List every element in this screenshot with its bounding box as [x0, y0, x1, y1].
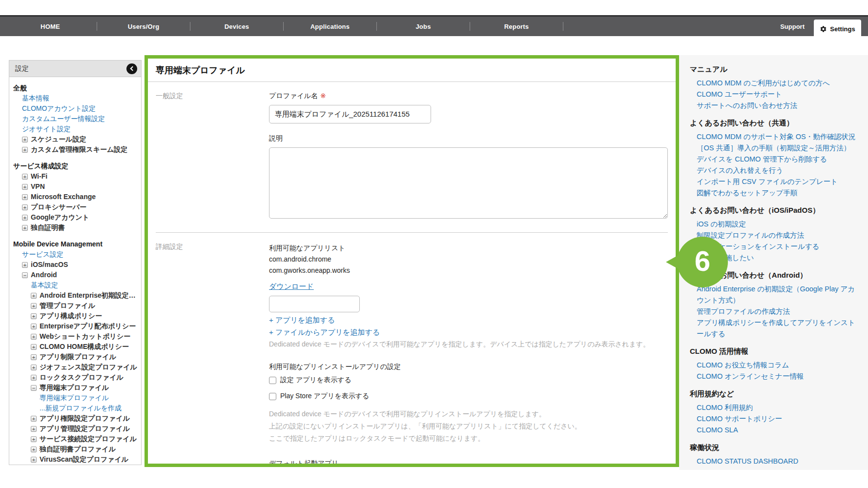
- help-link[interactable]: CLOMO オンラインセミナー情報: [690, 371, 856, 382]
- nav-tab-applications[interactable]: Applications: [284, 23, 376, 30]
- expand-plus-icon[interactable]: +: [31, 416, 37, 422]
- nav-tab-settings[interactable]: Settings: [814, 20, 861, 38]
- nav-tab-jobs[interactable]: Jobs: [377, 23, 470, 30]
- help-link[interactable]: CLOMO SLA: [690, 425, 856, 436]
- sidebar-item-[interactable]: +サービス接続設定プロファイル: [13, 434, 137, 444]
- expand-plus-icon[interactable]: +: [31, 426, 37, 432]
- expand-plus-icon[interactable]: +: [22, 215, 28, 221]
- sidebar-item-[interactable]: 基本情報: [13, 93, 137, 103]
- sidebar-item-microsoft-exchange[interactable]: +Microsoft Exchange: [13, 192, 137, 202]
- nav-tab-home[interactable]: HOME: [4, 23, 97, 30]
- sidebar-item-[interactable]: +ジオフェンス設定プロファイル: [13, 362, 137, 372]
- help-link[interactable]: ［OS 共通］導入の手順（初期設定～活用方法）: [690, 142, 856, 154]
- sidebar-item-web[interactable]: +Webショートカットポリシー: [13, 331, 137, 342]
- help-link[interactable]: インポート用 CSV ファイルのテンプレート: [690, 176, 856, 187]
- sidebar-item-ios-macos[interactable]: +iOS/macOS: [13, 260, 137, 270]
- expand-plus-icon[interactable]: +: [22, 137, 28, 142]
- sidebar-item-[interactable]: −専用端末プロファイル: [13, 383, 137, 393]
- sidebar-item-enterprise[interactable]: +Enterpriseアプリ配布ポリシー: [13, 321, 137, 331]
- nav-tab-devices[interactable]: Devices: [190, 23, 283, 30]
- sidebar-item-[interactable]: +管理プロファイル: [13, 301, 137, 311]
- help-link[interactable]: デバイスを CLOMO 管理下から削除する: [690, 154, 856, 165]
- help-link[interactable]: CLOMO ユーザーサポート: [690, 89, 856, 100]
- help-link[interactable]: 管理プロファイルの作成方法: [690, 306, 856, 317]
- expand-plus-icon[interactable]: +: [31, 447, 37, 452]
- help-link[interactable]: iOS の初期設定: [690, 219, 856, 230]
- help-section-title: CLOMO 活用情報: [690, 347, 856, 356]
- download-link[interactable]: ダウンロード: [269, 280, 314, 292]
- sidebar-item-clomo-home[interactable]: +CLOMO HOME構成ポリシー: [13, 342, 137, 352]
- sidebar-item-[interactable]: +スケジュール設定: [13, 134, 137, 144]
- sidebar-item-[interactable]: +アプリ権限設定プロファイル: [13, 413, 137, 424]
- nav-tab-users-org[interactable]: Users/Org: [97, 23, 190, 30]
- expand-plus-icon[interactable]: +: [31, 344, 37, 350]
- expand-plus-icon[interactable]: +: [31, 334, 37, 340]
- help-link[interactable]: CLOMO お役立ち情報コラム: [690, 360, 856, 371]
- profile-name-input[interactable]: [269, 105, 431, 123]
- sidebar-item-android[interactable]: −Android: [13, 270, 137, 280]
- sidebar-item-google[interactable]: +Googleアカウント: [13, 212, 137, 223]
- sidebar-item-[interactable]: サービス設定: [13, 249, 137, 260]
- sidebar-item-[interactable]: +アプリ管理設定プロファイル: [13, 424, 137, 434]
- expand-plus-icon[interactable]: +: [31, 354, 37, 360]
- help-link[interactable]: CLOMO MDM のご利用がはじめての方へ: [690, 78, 856, 89]
- app-list-label: 利用可能なアプリリスト: [269, 243, 668, 254]
- sidebar-item-[interactable]: ジオサイト設定: [13, 124, 137, 134]
- advanced-section-label: 詳細設定: [156, 239, 269, 467]
- checkbox-show-play-store[interactable]: Play Store アプリを表示する: [269, 392, 668, 401]
- help-link[interactable]: CLOMO MDM のサポート対象 OS・動作確認状況: [690, 131, 856, 142]
- sidebar-item-vpn[interactable]: +VPN: [13, 182, 137, 192]
- help-link[interactable]: デバイスの入れ替えを行う: [690, 165, 856, 176]
- expand-plus-icon[interactable]: +: [31, 293, 37, 299]
- help-link[interactable]: CLOMO サポートポリシー: [690, 413, 856, 425]
- collapse-minus-icon[interactable]: −: [22, 272, 28, 278]
- sidebar-item-wi-fi[interactable]: +Wi-Fi: [13, 171, 137, 182]
- sidebar-item-[interactable]: ...新規プロファイルを作成: [13, 403, 137, 413]
- app-id-input[interactable]: [269, 296, 360, 312]
- help-link[interactable]: CLOMO 利用規約: [690, 402, 856, 413]
- collapse-sidebar-button[interactable]: [126, 63, 137, 74]
- expand-plus-icon[interactable]: +: [31, 457, 37, 463]
- add-app-link[interactable]: + アプリを追加する: [269, 314, 335, 326]
- expand-plus-icon[interactable]: +: [31, 436, 37, 442]
- add-app-from-file-link[interactable]: + ファイルからアプリを追加する: [269, 326, 380, 338]
- sidebar-item-[interactable]: +プロキシサーバー: [13, 202, 137, 212]
- help-link[interactable]: Android Enterprise の初期設定（Google Play アカウ…: [690, 284, 856, 306]
- help-link[interactable]: CLOMO STATUS DASHBOARD: [690, 456, 856, 467]
- expand-plus-icon[interactable]: +: [31, 313, 37, 319]
- sidebar-item-virusscan[interactable]: +VirusScan設定プロファイル: [13, 454, 137, 465]
- sidebar-item-[interactable]: 基本設定: [13, 280, 137, 290]
- sidebar-item-[interactable]: 専用端末プロファイル: [13, 393, 137, 403]
- sidebar-item-[interactable]: +ロックタスクプロファイル: [13, 372, 137, 383]
- expand-plus-icon[interactable]: +: [22, 174, 28, 180]
- expand-plus-icon[interactable]: +: [22, 147, 28, 153]
- expand-plus-icon[interactable]: +: [22, 225, 28, 231]
- sidebar-item-[interactable]: +アプリ制限プロファイル: [13, 352, 137, 362]
- expand-plus-icon[interactable]: +: [31, 365, 37, 370]
- sidebar-item-[interactable]: +独自証明書: [13, 223, 137, 233]
- checkbox-icon[interactable]: [269, 377, 276, 384]
- sidebar-item-android-enterprise[interactable]: +Android Enterprise初期設定…: [13, 290, 137, 301]
- help-link[interactable]: サポートへのお問い合わせ方法: [690, 100, 856, 111]
- expand-plus-icon[interactable]: +: [31, 303, 37, 309]
- sidebar-item-[interactable]: +アプリ構成ポリシー: [13, 311, 137, 321]
- nav-tab-reports[interactable]: Reports: [470, 23, 563, 30]
- sidebar-item-[interactable]: カスタムユーザー情報設定: [13, 114, 137, 124]
- expand-plus-icon[interactable]: +: [31, 324, 37, 329]
- expand-plus-icon[interactable]: +: [22, 184, 28, 190]
- nav-support[interactable]: Support: [780, 17, 805, 36]
- sidebar-item-clomo[interactable]: CLOMOアカウント設定: [13, 103, 137, 114]
- checkbox-icon[interactable]: [269, 393, 276, 400]
- expand-plus-icon[interactable]: +: [22, 204, 28, 210]
- expand-plus-icon[interactable]: +: [22, 194, 28, 200]
- expand-plus-icon[interactable]: +: [22, 262, 28, 268]
- help-link[interactable]: 図解でわかるセットアップ手順: [690, 187, 856, 199]
- sidebar-item-[interactable]: +独自証明書プロファイル: [13, 444, 137, 454]
- description-textarea[interactable]: [269, 147, 668, 219]
- sidebar-item-[interactable]: +カスタム管理権限スキーム設定: [13, 144, 137, 155]
- help-link[interactable]: アプリ構成ポリシーを作成してアプリをインストールする: [690, 317, 856, 340]
- checkbox-show-settings-app[interactable]: 設定 アプリを表示する: [269, 376, 668, 385]
- gear-icon: [820, 25, 827, 33]
- expand-plus-icon[interactable]: +: [31, 375, 37, 381]
- collapse-minus-icon[interactable]: −: [31, 385, 37, 391]
